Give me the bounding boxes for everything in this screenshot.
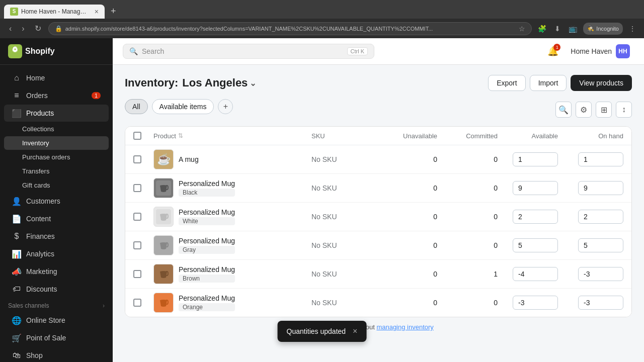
sort-button[interactable]: ↕ [616, 102, 632, 118]
sidebar-item-inventory[interactable]: Inventory [4, 136, 109, 150]
active-tab[interactable]: S Home Haven - Manage Invento × [4, 5, 105, 19]
available-input-5[interactable] [513, 267, 558, 281]
row-1-checkbox[interactable] [133, 155, 141, 163]
sidebar-item-customers[interactable]: 👤 Customers [4, 193, 109, 210]
on-hand-input-5[interactable] [578, 267, 623, 281]
view-products-button[interactable]: View products [571, 75, 632, 91]
import-button[interactable]: Import [530, 75, 567, 91]
sidebar-item-discounts[interactable]: 🏷 Discounts [4, 281, 109, 298]
search-bar[interactable]: 🔍 Search Ctrl K [123, 44, 374, 59]
sidebar-item-collections[interactable]: Collections [4, 122, 109, 136]
sidebar-item-marketing[interactable]: 📣 Marketing [4, 263, 109, 280]
committed-cell-4: 0 [437, 241, 498, 249]
filter-table-button[interactable]: ⚙ [576, 102, 592, 118]
sidebar-header: Shopify [0, 38, 113, 65]
user-menu[interactable]: Home Haven HH [567, 42, 634, 60]
available-input-2[interactable] [513, 181, 558, 195]
committed-cell-2: 0 [437, 184, 498, 192]
search-table-button[interactable]: 🔍 [555, 102, 572, 118]
filter-add-button[interactable]: + [218, 99, 233, 114]
sidebar-item-finances[interactable]: $ Finances [4, 228, 109, 245]
notification-badge: 1 [553, 44, 560, 51]
product-cell-3: Personalized Mug White [153, 207, 311, 227]
sidebar-item-home[interactable]: ⌂ Home [4, 69, 109, 86]
sidebar-collections-label: Collections [22, 125, 101, 133]
available-input-1[interactable] [513, 152, 558, 166]
back-button[interactable]: ‹ [6, 22, 15, 35]
available-input-cell-4 [498, 238, 558, 252]
sidebar-item-purchase-orders[interactable]: Purchase orders [4, 150, 109, 164]
extensions-button[interactable]: 🧩 [536, 23, 548, 35]
row-4-checkbox[interactable] [133, 241, 141, 249]
location-selector[interactable]: Los Angeles ⌄ [182, 76, 256, 89]
col-header-product[interactable]: Product ⇅ [153, 132, 311, 140]
row-3-checkbox[interactable] [133, 213, 141, 221]
tab-title: Home Haven - Manage Invento [21, 8, 90, 15]
forward-button[interactable]: › [19, 22, 27, 35]
filter-tab-available-items[interactable]: Available items [152, 99, 214, 114]
row-6-checkbox[interactable] [133, 299, 141, 307]
table-row: Personalized Mug Orange No SKU 0 0 [125, 289, 631, 317]
page-actions: Export Import View products [488, 75, 632, 91]
columns-button[interactable]: ⊞ [596, 102, 612, 118]
product-name-3: Personalized Mug [179, 208, 235, 216]
on-hand-input-6[interactable] [578, 296, 623, 310]
sidebar-item-point-of-sale[interactable]: 🛒 Point of Sale [4, 329, 109, 346]
product-cell-5: Personalized Mug Brown [153, 264, 311, 284]
sidebar-item-transfers[interactable]: Transfers [4, 164, 109, 178]
tab-close-btn[interactable]: × [95, 8, 99, 16]
browser-chrome: S Home Haven - Manage Invento × + ‹ › ↻ … [0, 0, 644, 38]
available-input-3[interactable] [513, 210, 558, 224]
notification-button[interactable]: 🔔 1 [545, 44, 560, 59]
page-title-prefix: Inventory: [125, 76, 178, 89]
filter-tab-all[interactable]: All [125, 99, 148, 114]
sidebar-online-store-label: Online Store [26, 316, 101, 324]
available-input-4[interactable] [513, 238, 558, 252]
row-checkbox-cell [133, 299, 153, 307]
col-header-committed: Committed [437, 132, 498, 140]
row-5-checkbox[interactable] [133, 270, 141, 278]
sidebar-point-of-sale-label: Point of Sale [26, 334, 101, 342]
bookmark-icon[interactable]: ☆ [519, 25, 525, 33]
product-cell-4: Personalized Mug Gray [153, 235, 311, 255]
discounts-icon: 🏷 [12, 285, 21, 294]
row-checkbox-cell [133, 184, 153, 192]
on-hand-input-2[interactable] [578, 181, 623, 195]
bottom-info: Learn more about managing inventory [125, 323, 632, 331]
new-tab-button[interactable]: + [107, 4, 120, 19]
product-thumbnail-6 [153, 293, 174, 313]
sidebar-item-orders[interactable]: ≡ Orders 1 [4, 87, 109, 104]
row-2-checkbox[interactable] [133, 184, 141, 192]
on-hand-input-3[interactable] [578, 210, 623, 224]
page-header: Inventory: Los Angeles ⌄ Export Import V… [125, 75, 632, 91]
incognito-badge: 🕵 Incognito [583, 23, 623, 35]
address-bar[interactable]: 🔒 admin.shopify.com/store/de8143-a6/prod… [48, 22, 532, 35]
sidebar-item-analytics[interactable]: 📊 Analytics [4, 245, 109, 262]
download-button[interactable]: ⬇ [552, 23, 562, 35]
sidebar-item-online-store[interactable]: 🌐 Online Store [4, 312, 109, 329]
managing-inventory-link[interactable]: managing inventory [376, 323, 433, 331]
refresh-button[interactable]: ↻ [32, 22, 44, 35]
sku-cell-3: No SKU [311, 213, 372, 221]
location-caret-icon: ⌄ [250, 78, 256, 88]
menu-button[interactable]: ⋮ [627, 23, 638, 35]
on-hand-input-1[interactable] [578, 152, 623, 166]
export-button[interactable]: Export [488, 75, 525, 91]
sidebar-item-content[interactable]: 📄 Content [4, 210, 109, 227]
available-input-cell-6 [498, 296, 558, 310]
sidebar-orders-label: Orders [26, 92, 87, 100]
select-all-checkbox[interactable] [133, 132, 141, 140]
sidebar-item-gift-cards[interactable]: Gift cards [4, 178, 109, 192]
sidebar-item-shop[interactable]: 🛍 Shop [4, 347, 109, 362]
on-hand-input-4[interactable] [578, 238, 623, 252]
sidebar-item-products[interactable]: ⬛ Products [4, 105, 109, 122]
sales-channels-chevron[interactable]: › [103, 302, 105, 309]
cast-button[interactable]: 📺 [567, 23, 579, 35]
product-cell-1: ☕ A mug [153, 149, 311, 169]
sidebar-nav: ⌂ Home ≡ Orders 1 ⬛ Products Collections… [0, 65, 113, 362]
on-hand-input-cell-3 [558, 210, 623, 224]
toast-close-button[interactable]: × [353, 327, 357, 336]
point-of-sale-icon: 🛒 [12, 333, 21, 342]
available-input-6[interactable] [513, 296, 558, 310]
products-icon: ⬛ [12, 109, 21, 118]
